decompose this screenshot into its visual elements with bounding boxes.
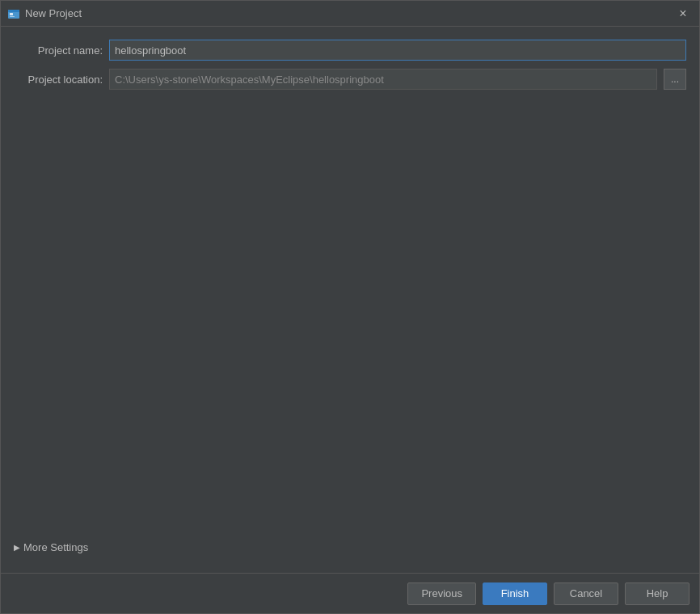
help-button[interactable]: Help [625, 582, 689, 605]
project-name-input[interactable] [109, 40, 686, 61]
previous-button[interactable]: Previous [407, 582, 476, 605]
new-project-dialog: New Project × Project name: Project loca… [0, 0, 700, 614]
project-name-label: Project name: [14, 44, 103, 57]
title-bar: New Project × [1, 1, 699, 27]
project-location-label: Project location: [14, 74, 103, 86]
svg-rect-2 [10, 13, 13, 15]
finish-button[interactable]: Finish [483, 582, 547, 605]
more-settings-label: More Settings [23, 541, 88, 553]
bottom-bar: Previous Finish Cancel Help [1, 573, 699, 613]
dialog-title: New Project [25, 7, 668, 19]
dialog-icon [7, 7, 20, 20]
more-settings-arrow-icon: ▶ [14, 543, 20, 552]
project-location-input[interactable] [109, 69, 657, 90]
content-area: Project name: Project location: ... ▶ Mo… [1, 27, 699, 573]
project-location-row: Project location: ... [14, 69, 686, 90]
close-button[interactable]: × [673, 4, 693, 23]
svg-rect-1 [8, 10, 19, 12]
cancel-button[interactable]: Cancel [554, 582, 618, 605]
content-spacer [14, 98, 686, 527]
svg-rect-3 [10, 16, 15, 17]
project-name-row: Project name: [14, 40, 686, 61]
browse-button[interactable]: ... [664, 69, 686, 90]
more-settings-row[interactable]: ▶ More Settings [14, 535, 686, 560]
